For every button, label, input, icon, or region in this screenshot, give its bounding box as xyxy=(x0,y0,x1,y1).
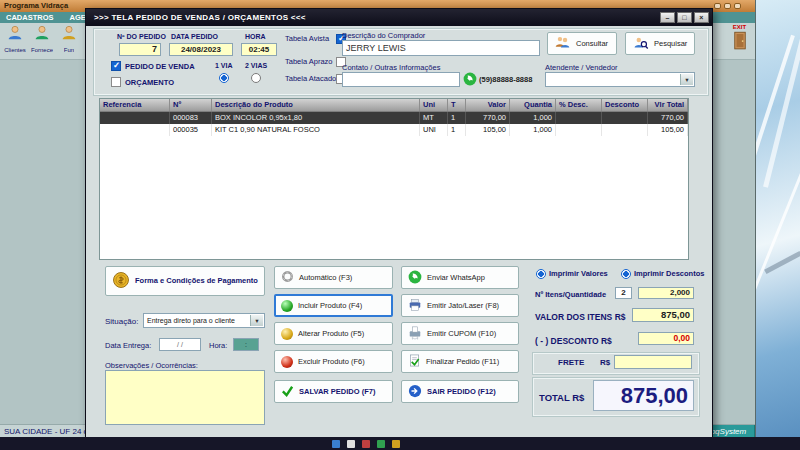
orcamento-checkbox[interactable] xyxy=(111,77,121,87)
chevron-down-icon[interactable]: ▼ xyxy=(250,315,263,326)
toolbar-fornecedores-button[interactable]: Fornece xyxy=(29,24,55,58)
via1-radio[interactable] xyxy=(219,73,229,83)
table-row[interactable]: 000083 BOX INCOLOR 0,95x1,80 MT 1 770,00… xyxy=(100,112,688,124)
comprador-label: Descrição do Comprador xyxy=(342,31,425,40)
hora-entrega-field[interactable]: : xyxy=(233,338,259,351)
taskbar xyxy=(0,437,800,450)
col-uni: Uni xyxy=(420,99,448,111)
col-desconto: Desconto xyxy=(602,99,648,111)
emitir-cupom-button[interactable]: Emitir CUPOM (F10) xyxy=(401,322,519,345)
taskbar-icon[interactable] xyxy=(347,440,355,448)
close-button[interactable]: × xyxy=(694,12,709,23)
clientes-icon xyxy=(6,24,24,46)
hora-pedido-field[interactable]: 02:45 xyxy=(241,43,277,56)
pedido-venda-checkbox[interactable] xyxy=(111,61,121,71)
sair-pedido-label: SAIR PEDIDO (F12) xyxy=(427,387,496,396)
enviar-whatsapp-button[interactable]: Enviar WhatsApp xyxy=(401,266,519,289)
yellow-sphere-icon xyxy=(281,328,293,340)
observacoes-textarea[interactable] xyxy=(105,370,265,425)
finalizar-pedido-label: Finalizar Pedido (F11) xyxy=(426,357,499,366)
whatsapp-icon[interactable] xyxy=(463,72,477,90)
col-valor: Valor xyxy=(466,99,510,111)
pagamento-button[interactable]: Forma e Condições de Pagamento xyxy=(105,266,265,296)
orcamento-label: ORÇAMENTO xyxy=(125,78,174,87)
emitir-jato-laser-label: Emitir Jato/Laser (F8) xyxy=(427,301,499,310)
funcionarios-icon xyxy=(60,24,78,46)
taskbar-icon[interactable] xyxy=(392,440,400,448)
num-pedido-label: Nº DO PEDIDO xyxy=(117,33,166,40)
col-desc-pct: % Desc. xyxy=(556,99,602,111)
total-value: 875,00 xyxy=(593,380,694,411)
menu-cadastros[interactable]: CADASTROS xyxy=(6,12,54,23)
app-window-controls[interactable] xyxy=(714,3,741,9)
taskbar-icon[interactable] xyxy=(332,440,340,448)
green-sphere-icon xyxy=(281,300,293,312)
automatico-label: Automático (F3) xyxy=(299,273,352,282)
printer-icon xyxy=(408,298,422,314)
red-sphere-icon xyxy=(281,356,293,368)
automatico-icon xyxy=(281,270,294,285)
data-pedido-field[interactable]: 24/08/2023 xyxy=(169,43,233,56)
itens-count-field: 2 xyxy=(615,287,632,299)
num-pedido-field[interactable]: 7 xyxy=(119,43,161,56)
frete-label: FRETE xyxy=(558,358,584,367)
tabela-avista-label: Tabela Avista xyxy=(285,34,329,43)
emitir-jato-laser-button[interactable]: Emitir Jato/Laser (F8) xyxy=(401,294,519,317)
frete-field[interactable] xyxy=(614,355,692,369)
atendente-select[interactable]: ▼ xyxy=(545,72,695,87)
quantidade-field: 2,000 xyxy=(638,287,694,299)
app-maximize-button xyxy=(724,3,731,9)
app-title: Programa Vidraça xyxy=(4,1,68,10)
valor-itens-field: 875,00 xyxy=(632,308,694,322)
alterar-produto-button[interactable]: Alterar Produto (F5) xyxy=(274,322,393,345)
salvar-pedido-button[interactable]: SALVAR PEDIDO (F7) xyxy=(274,380,393,403)
col-vlr-total: Vlr Total xyxy=(648,99,688,111)
col-t: T xyxy=(448,99,466,111)
sair-pedido-button[interactable]: SAIR PEDIDO (F12) xyxy=(401,380,519,403)
whatsapp-icon xyxy=(408,270,422,286)
finalizar-pedido-button[interactable]: Finalizar Pedido (F11) xyxy=(401,350,519,373)
app-minimize-button xyxy=(714,3,721,9)
taskbar-icon[interactable] xyxy=(362,440,370,448)
minimize-button[interactable]: – xyxy=(660,12,675,23)
total-label: TOTAL R$ xyxy=(539,392,584,403)
data-entrega-field[interactable]: / / xyxy=(159,338,201,351)
data-pedido-label: DATA PEDIDO xyxy=(171,33,218,40)
imprimir-valores-label: Imprimir Valores xyxy=(549,269,608,278)
tabela-atacado-label: Tabela Atacado xyxy=(285,74,336,83)
items-table: Referencia Nº Descrição do Produto Uni T… xyxy=(99,98,689,260)
contato-label: Contato / Outras Informações xyxy=(342,63,440,72)
exit-arrow-icon xyxy=(408,384,422,400)
atendente-label: Atendente / Vendedor xyxy=(545,63,618,72)
imprimir-descontos-radio[interactable] xyxy=(621,269,631,279)
exit-button[interactable]: EXIT xyxy=(726,24,753,58)
via2-radio[interactable] xyxy=(251,73,261,83)
via1-label: 1 VIA xyxy=(215,62,233,69)
exit-door-icon xyxy=(733,30,747,56)
comprador-field[interactable]: JERRY LEWIS xyxy=(342,40,540,56)
excluir-produto-button[interactable]: Excluir Produto (F6) xyxy=(274,350,393,373)
chevron-down-icon[interactable]: ▼ xyxy=(680,74,693,85)
taskbar-icon[interactable] xyxy=(377,440,385,448)
consultar-label: Consultar xyxy=(576,39,608,48)
dialog-title: >>> TELA PEDIDO DE VENDAS / ORÇAMENTOS <… xyxy=(94,13,306,22)
maximize-button[interactable]: □ xyxy=(677,12,692,23)
contato-field[interactable] xyxy=(342,72,460,87)
imprimir-valores-radio[interactable] xyxy=(536,269,546,279)
toolbar-funcionarios-button[interactable]: Fun xyxy=(56,24,82,58)
whatsapp-phone: (59)88888-8888 xyxy=(479,75,532,84)
situacao-select[interactable]: Entrega direto para o cliente ▼ xyxy=(143,313,265,328)
pesquisar-button[interactable]: Pesquisar xyxy=(625,32,695,55)
automatico-button[interactable]: Automático (F3) xyxy=(274,266,393,289)
receipt-printer-icon xyxy=(408,326,422,342)
itens-quantidade-label: Nº Itens/Quantidade xyxy=(535,290,606,299)
via2-label: 2 VIAS xyxy=(245,62,267,69)
hora-pedido-label: HORA xyxy=(245,33,266,40)
table-row[interactable]: 000035 KIT C1 0,90 NATURAL FOSCO UNI 1 1… xyxy=(100,124,688,136)
dialog-titlebar[interactable]: >>> TELA PEDIDO DE VENDAS / ORÇAMENTOS <… xyxy=(86,9,712,26)
salvar-pedido-label: SALVAR PEDIDO (F7) xyxy=(299,387,375,396)
toolbar-clientes-button[interactable]: Clientes xyxy=(2,24,28,58)
incluir-produto-button[interactable]: Incluir Produto (F4) xyxy=(274,294,393,317)
consultar-button[interactable]: Consultar xyxy=(547,32,617,55)
frete-currency-label: R$ xyxy=(600,358,610,367)
